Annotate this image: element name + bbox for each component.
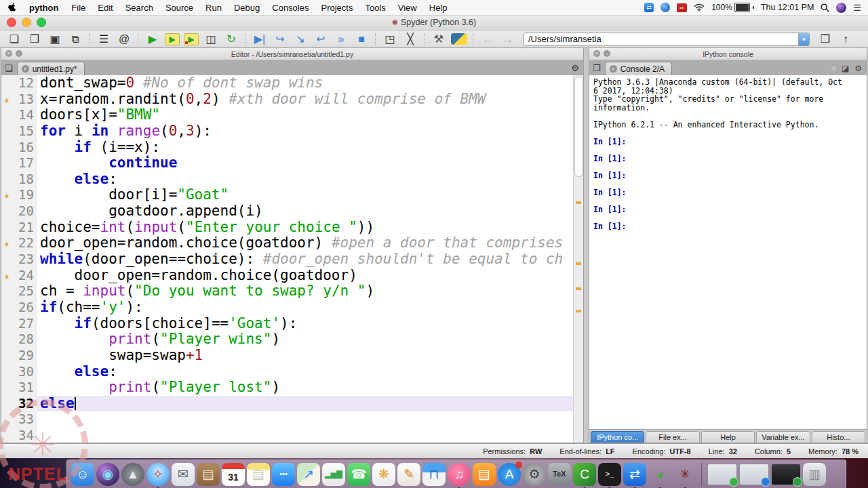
editor-file-tab[interactable]: ✕ untitled1.py* [17, 62, 85, 75]
run-selection-button[interactable]: ◫ [203, 32, 219, 47]
active-app-name[interactable]: python [22, 3, 65, 13]
code-line[interactable]: 23while(door_open==choice): #door_open s… [1, 251, 574, 268]
run-cell-button[interactable]: ▶ [165, 33, 180, 45]
code-line[interactable]: 34 [1, 428, 574, 443]
code-line[interactable]: 27 if(doors[choice]=='Goat'): [1, 316, 574, 332]
file-switcher-button[interactable]: ☰ [96, 32, 112, 47]
dock-keynote-icon[interactable]: ⊓ [422, 463, 446, 486]
dock-maps-icon[interactable]: ↗ [297, 463, 320, 486]
open-dir-button[interactable]: ❒ [817, 32, 833, 47]
dock-contacts-icon[interactable]: ▤ [197, 463, 220, 486]
code-line[interactable]: 31 print("Player lost") [1, 380, 574, 396]
spotlight-icon[interactable] [821, 3, 829, 12]
code-line[interactable]: 29 swap=swap+1 [1, 348, 574, 364]
save-button[interactable]: ▣ [47, 32, 63, 47]
forward-button[interactable]: → [500, 32, 516, 47]
dock-facetime-icon[interactable]: ☎ [347, 463, 370, 486]
inspect-icon[interactable]: ■ [831, 64, 836, 73]
apple-menu-icon[interactable] [8, 3, 17, 13]
console-options-gear-icon[interactable]: ⚙ [854, 64, 862, 73]
back-button[interactable]: ← [479, 32, 496, 47]
menu-help[interactable]: Help [423, 3, 454, 13]
code-line[interactable]: 25ch = input("Do you want to swap? y/n "… [1, 283, 574, 300]
menu-search[interactable]: Search [119, 3, 159, 13]
code-line[interactable]: 21choice=int(input("Enter your choice ")… [1, 220, 574, 236]
dock-launchpad-icon[interactable]: ▲ [121, 463, 144, 486]
code-line[interactable]: ▲13x=random.randint(0,2) #xth door will … [1, 92, 574, 108]
code-line[interactable]: 14doors[x]="BMW" [1, 107, 574, 123]
teamviewer-menu-icon[interactable]: ⇄ [644, 3, 654, 12]
parent-dir-button[interactable]: ↑ [837, 32, 854, 47]
browse-consoles-icon[interactable]: ❒ [593, 63, 601, 73]
fullscreen-button[interactable]: ╳ [402, 32, 418, 47]
dock-pages-icon[interactable]: ✎ [397, 463, 420, 486]
pane-float-icon[interactable]: ▫ [604, 50, 610, 57]
menu-view[interactable]: View [392, 3, 423, 13]
dock-trash-icon[interactable]: ▥ [803, 463, 826, 486]
menu-consoles[interactable]: Consoles [266, 3, 315, 13]
dock-mail-icon[interactable]: ✉ [172, 463, 195, 486]
max-pane-button[interactable]: ◳ [382, 32, 398, 47]
dock-window-camtasia[interactable] [771, 464, 801, 485]
dock-notes-icon[interactable]: ▤ [247, 463, 270, 486]
code-line[interactable]: 16 if (i==x): [1, 140, 574, 156]
directory-dropdown-button[interactable]: ▾ [798, 33, 809, 45]
dock-stocks-icon[interactable]: ▂▅▇ [322, 463, 345, 486]
code-line[interactable]: 32else [1, 396, 574, 412]
dock-siri-icon[interactable]: ◉ [96, 463, 119, 486]
code-line[interactable]: 28 print("Player wins") [1, 331, 574, 348]
preferences-button[interactable]: ⚒ [431, 32, 447, 47]
dock-tex-icon[interactable]: TeX [548, 463, 571, 486]
menu-clock[interactable]: Thu 12:01 PM [761, 3, 814, 12]
browse-tabs-icon[interactable]: ❏ [5, 63, 13, 73]
dock-spyder-icon[interactable]: ✳ [673, 463, 696, 486]
code-line[interactable]: 12dont_swap=0 #No of dont swap wins [1, 75, 574, 92]
run-cell-advance-button[interactable]: ▶ [184, 33, 199, 45]
menu-edit[interactable]: Edit [92, 3, 119, 13]
editor-options-gear-icon[interactable]: ⚙ [571, 63, 583, 75]
dock-itunes-icon[interactable]: ♫ [448, 463, 471, 486]
pane-float-icon[interactable]: ▫ [16, 50, 22, 57]
step-over-button[interactable]: ↪ [272, 32, 288, 47]
pane-tab-variableex[interactable]: Variable ex... [756, 431, 810, 443]
console-output[interactable]: Python 3.6.3 |Anaconda custom (64-bit)| … [589, 75, 867, 429]
editor-scrollbar[interactable] [573, 75, 583, 443]
code-line[interactable]: 17 continue [1, 155, 574, 171]
step-into-button[interactable]: ↘ [292, 32, 309, 47]
save-all-button[interactable]: ⧉ [67, 32, 83, 47]
code-editor[interactable]: 12dont_swap=0 #No of dont swap wins▲13x=… [1, 75, 574, 443]
pane-tab-ipythonco[interactable]: IPython co... [591, 431, 644, 443]
pane-tab-help[interactable]: Help [701, 431, 755, 443]
notification-center-icon[interactable]: ☰ [853, 3, 861, 13]
console-tab[interactable]: ✕ Console 2/A [605, 62, 672, 75]
debug-button[interactable]: ▶| [252, 32, 268, 47]
dock-app-store-icon[interactable]: A [498, 463, 521, 486]
dock-terminal-icon[interactable]: >_ [598, 463, 621, 486]
rerun-cell-button[interactable]: ↻ [223, 32, 239, 47]
new-file-button[interactable]: ❏ [6, 32, 22, 47]
dock-finder-icon[interactable]: ☺ [71, 463, 94, 486]
dock-window-safari[interactable] [739, 464, 769, 485]
code-line[interactable]: 33 [1, 411, 574, 428]
open-file-button[interactable]: ❒ [26, 32, 43, 47]
run-button[interactable]: ▶ [144, 32, 161, 47]
dock-anaconda-icon[interactable]: ◕ [648, 463, 671, 486]
dock-camtasia-icon[interactable]: C [573, 463, 596, 486]
code-line[interactable]: 18 else: [1, 171, 574, 188]
code-line[interactable]: 26if(ch=='y'): [1, 300, 574, 316]
tab-close-icon[interactable]: ✕ [22, 65, 29, 73]
menu-run[interactable]: Run [199, 3, 228, 13]
code-line[interactable]: ▲19 door[i]="Goat" [1, 187, 574, 203]
pane-close-icon[interactable]: ✕ [593, 50, 600, 57]
dock-books-icon[interactable]: ▤ [473, 463, 496, 486]
clear-console-icon[interactable]: ◪ [842, 64, 849, 73]
working-directory-input[interactable]: /Users/simransetia ▾ [524, 33, 810, 46]
screen-recorder-icon[interactable]: ▪▪ [677, 3, 687, 12]
dock-messages-icon[interactable]: ••• [272, 463, 295, 486]
dock-photos-icon[interactable]: ❋ [372, 463, 395, 486]
debug-stop-button[interactable]: ■ [353, 32, 370, 47]
python-logo-icon[interactable] [451, 33, 467, 45]
code-line[interactable]: ▲22door_open=random.choice(goatdoor) #op… [1, 235, 574, 251]
dock-system-preferences-icon[interactable]: ⚙ [523, 463, 546, 486]
editor-scrollbar-thumb[interactable] [574, 77, 583, 177]
